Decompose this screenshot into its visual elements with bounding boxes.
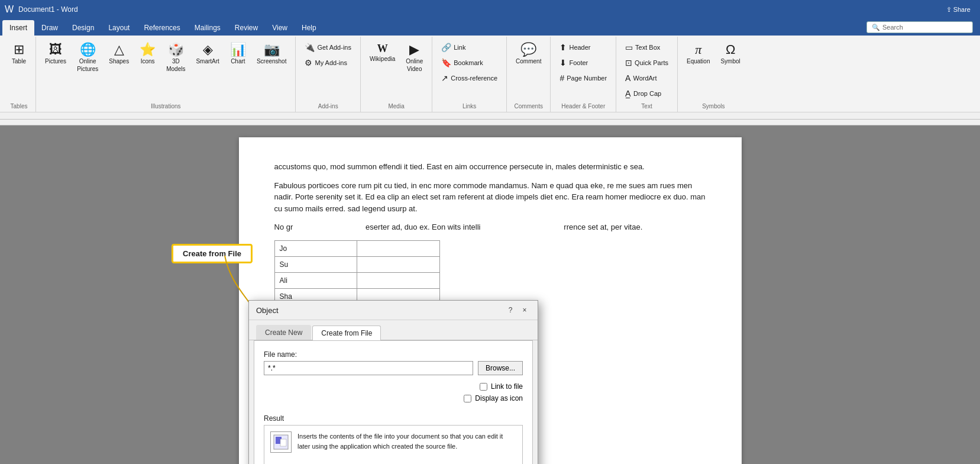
dropcap-button[interactable]: A̲ Drop Cap: [621, 86, 665, 101]
search-bar[interactable]: 🔍 Search: [866, 21, 973, 33]
tab-view[interactable]: View: [265, 20, 295, 36]
tab-insert[interactable]: Insert: [2, 20, 34, 36]
bookmark-icon: 🔖: [441, 58, 451, 67]
dialog-close-button[interactable]: ×: [519, 304, 531, 316]
dialog-tab-create-new[interactable]: Create New: [256, 325, 311, 340]
create-from-file-highlight: Create from File: [172, 244, 253, 263]
ruler: [0, 112, 980, 125]
bookmark-button[interactable]: 🔖 Bookmark: [437, 56, 487, 70]
result-icon: [270, 431, 292, 453]
display-as-icon-checkbox-row[interactable]: Display as icon: [464, 394, 523, 402]
header-button[interactable]: ⬆ Header: [555, 40, 594, 54]
wordart-button[interactable]: A WordArt: [621, 71, 661, 85]
symbol-button[interactable]: Ω Symbol: [716, 40, 744, 68]
object-dialog: Object ? × Create New Create from File F…: [248, 300, 538, 464]
my-addins-button[interactable]: ⚙ My Add-ins: [300, 56, 351, 70]
pictures-icon: 🖼: [49, 43, 62, 56]
icons-icon: ⭐: [140, 43, 156, 56]
headerfooter-group-label: Header & Footer: [561, 103, 605, 111]
ribbon-group-addins: 🔌 Get Add-ins ⚙ My Add-ins Add-ins: [296, 37, 360, 112]
ribbon: Insert Draw Design Layout References Mai…: [0, 19, 980, 112]
cross-reference-button[interactable]: ↗ Cross-reference: [437, 71, 502, 85]
tab-design[interactable]: Design: [65, 20, 101, 36]
shapes-icon: △: [114, 43, 124, 56]
my-addins-icon: ⚙: [305, 58, 312, 67]
dialog-tabs: Create New Create from File: [249, 320, 538, 340]
screenshot-icon: 📷: [264, 43, 280, 56]
tab-references[interactable]: References: [137, 20, 187, 36]
ribbon-group-text: ▭ Text Box ⊡ Quick Parts A WordArt A̲ Dr…: [616, 37, 678, 112]
tables-group-label: Tables: [11, 103, 28, 111]
addins-group-label: Add-ins: [318, 103, 338, 111]
illustrations-group-label: Illustrations: [151, 103, 181, 111]
document-area: Create from File accustoms quo, mod summ…: [0, 125, 980, 464]
quick-parts-button[interactable]: ⊡ Quick Parts: [621, 56, 672, 70]
screenshot-button[interactable]: 📷 Screenshot: [253, 40, 291, 68]
search-icon: 🔍: [872, 24, 880, 31]
quick-parts-icon: ⊡: [625, 58, 632, 67]
comment-icon: 💬: [520, 43, 536, 56]
text-group-label: Text: [641, 103, 652, 111]
header-icon: ⬆: [559, 43, 567, 52]
wordart-icon: A: [625, 73, 630, 83]
shapes-button[interactable]: △ Shapes: [105, 40, 133, 68]
dialog-help-button[interactable]: ?: [504, 304, 516, 316]
chart-button[interactable]: 📊 Chart: [226, 40, 250, 68]
ribbon-group-tables: ⊞ Table Tables: [2, 37, 36, 112]
comment-button[interactable]: 💬 Comment: [512, 40, 545, 68]
cross-reference-icon: ↗: [441, 73, 448, 83]
tab-review[interactable]: Review: [228, 20, 265, 36]
ribbon-tab-bar: Insert Draw Design Layout References Mai…: [0, 19, 980, 36]
textbox-button[interactable]: ▭ Text Box: [621, 40, 664, 54]
smartart-icon: ◈: [203, 43, 213, 56]
file-name-input[interactable]: [264, 361, 473, 375]
share-button[interactable]: ⇪ Share: [946, 6, 971, 14]
table-button[interactable]: ⊞ Table: [7, 40, 31, 68]
online-video-icon: ▶: [409, 43, 419, 56]
equation-icon: π: [695, 43, 701, 56]
link-to-file-checkbox[interactable]: [480, 383, 487, 391]
doc-paragraph-3: No gr eserter ad, duo ex. Eon wits intel…: [274, 221, 706, 233]
3d-models-button[interactable]: 🎲 3DModels: [162, 40, 189, 76]
tab-mailings[interactable]: Mailings: [187, 20, 228, 36]
ribbon-group-media: W Wikipedia ▶ OnlineVideo Media: [361, 37, 432, 112]
table-row: Jo: [274, 240, 439, 256]
wikipedia-button[interactable]: W Wikipedia: [366, 40, 399, 66]
smartart-button[interactable]: ◈ SmartArt: [192, 40, 223, 68]
tab-layout[interactable]: Layout: [101, 20, 137, 36]
dialog-controls: ? ×: [504, 304, 531, 316]
page-number-icon: #: [559, 73, 564, 83]
page-number-button[interactable]: # Page Number: [555, 71, 611, 85]
dialog-title-bar: Object ? ×: [249, 301, 538, 320]
dialog-tab-create-from-file[interactable]: Create from File: [312, 326, 381, 340]
share-area: ⇪ Share: [946, 6, 975, 14]
footer-button[interactable]: ⬇ Footer: [555, 56, 592, 70]
online-video-button[interactable]: ▶ OnlineVideo: [402, 40, 427, 76]
equation-button[interactable]: π Equation: [683, 40, 714, 68]
ribbon-group-links: 🔗 Link 🔖 Bookmark ↗ Cross-reference Link…: [432, 37, 507, 112]
tab-help[interactable]: Help: [295, 20, 324, 36]
display-as-icon-checkbox[interactable]: [464, 395, 471, 402]
result-text: Inserts the contents of the file into yo…: [297, 431, 516, 451]
3d-models-icon: 🎲: [168, 43, 184, 56]
title-bar: W Document1 - Word ⇪ Share: [0, 0, 980, 19]
links-group-label: Links: [462, 103, 476, 111]
link-to-file-label: Link to file: [491, 382, 523, 391]
online-pictures-icon: 🌐: [80, 43, 96, 56]
browse-button[interactable]: Browse...: [478, 361, 523, 375]
link-to-file-checkbox-row[interactable]: Link to file: [480, 382, 523, 391]
link-button[interactable]: 🔗 Link: [437, 40, 470, 54]
window-title: Document1 - Word: [18, 5, 77, 14]
dialog-body: File name: Browse... Link to file: [254, 340, 533, 464]
result-area: Inserts the contents of the file into yo…: [264, 425, 523, 464]
icons-button[interactable]: ⭐ Icons: [135, 40, 160, 68]
pictures-button[interactable]: 🖼 Pictures: [41, 40, 70, 68]
get-addins-icon: 🔌: [305, 43, 315, 52]
get-addins-button[interactable]: 🔌 Get Add-ins: [300, 40, 355, 54]
online-pictures-button[interactable]: 🌐 OnlinePictures: [73, 40, 102, 76]
link-icon: 🔗: [441, 43, 451, 52]
media-group-label: Media: [388, 103, 404, 111]
search-label: Search: [882, 24, 903, 31]
textbox-icon: ▭: [625, 43, 633, 52]
tab-draw[interactable]: Draw: [34, 20, 65, 36]
